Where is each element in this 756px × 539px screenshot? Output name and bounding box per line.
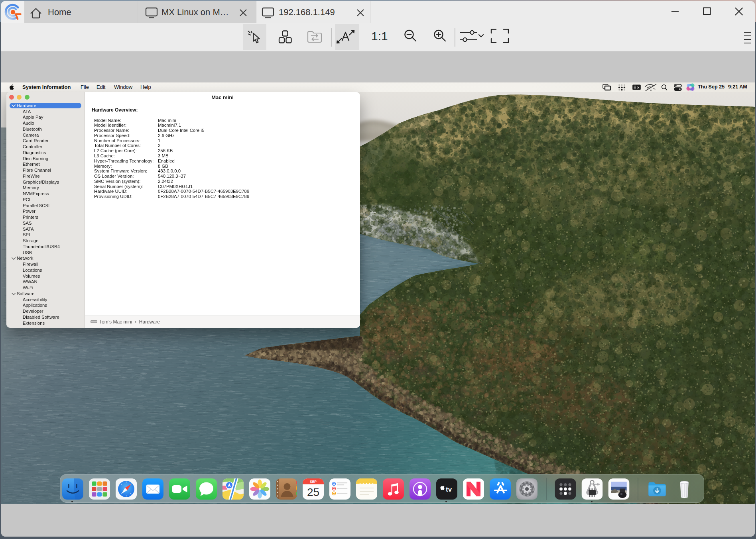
svg-text:tv: tv (446, 486, 452, 493)
svg-text:SEP: SEP (310, 480, 317, 484)
svg-text:25: 25 (307, 486, 319, 498)
